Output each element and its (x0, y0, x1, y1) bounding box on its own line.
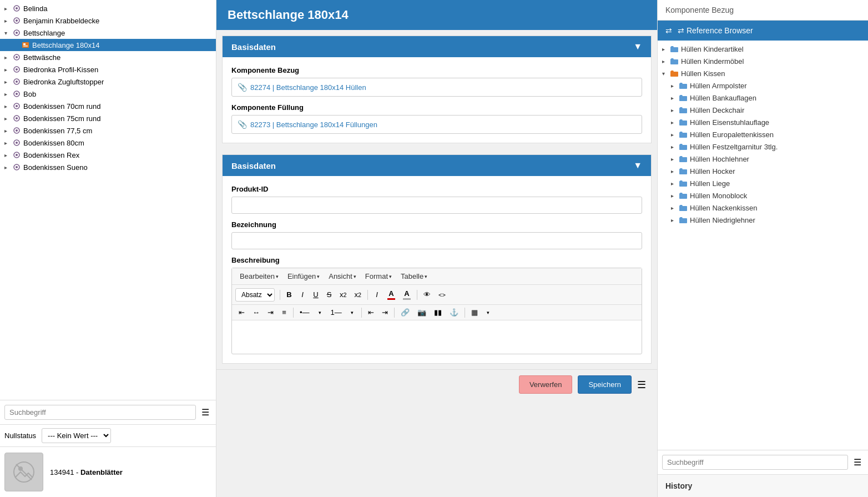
ref-icon-huellen-kissen (670, 69, 679, 78)
catalog-area: 134941 - Datenblätter (0, 446, 216, 497)
section-title-2: Basisdaten (231, 161, 276, 170)
rte-ordered-list-caret[interactable]: ▾ (346, 308, 359, 318)
tree-icon-biedronka-profil (12, 65, 21, 74)
ref-field-fuellung[interactable]: 📎 82273 | Bettschlange 180x14 Füllungen (231, 115, 642, 134)
ref-tree-item-huellen-liege[interactable]: ▸Hüllen Liege (658, 177, 868, 189)
ref-tree-item-huellen-bankauflagen[interactable]: ▸Hüllen Bankauflagen (658, 92, 868, 104)
ref-icon-huellen-liege (679, 179, 688, 188)
left-tree-item-bodenkissen-rex[interactable]: Bodenkissen Rex (0, 149, 216, 161)
left-tree-item-bettschlange[interactable]: Bettschlange (0, 27, 216, 39)
ref-tree-item-huellen-kissen[interactable]: ▾Hüllen Kissen (658, 67, 868, 79)
left-tree-item-bob[interactable]: Bob (0, 88, 216, 100)
ref-tree-item-huellen-hochlehner[interactable]: ▸Hüllen Hochlehner (658, 153, 868, 165)
rte-unordered-list-caret[interactable]: ▾ (314, 308, 326, 318)
ref-tree-item-huellen-hocker[interactable]: ▸Hüllen Hocker (658, 165, 868, 177)
ref-tree-arrow-huellen-nackenkissen: ▸ (671, 205, 679, 211)
rte-body[interactable] (232, 320, 642, 354)
rte-align-justify-button[interactable]: ≡ (278, 306, 290, 319)
left-tree-item-bettwasche[interactable]: Bettwäsche (0, 51, 216, 63)
produkt-id-input[interactable]: 82275 (231, 197, 642, 214)
rte-anchor-button[interactable]: ⚓ (446, 306, 462, 319)
ref-tree-area[interactable]: ▸Hüllen Kinderartikel▸Hüllen Kindermöbel… (658, 41, 868, 450)
rte-underline-button[interactable]: U (310, 288, 322, 301)
left-tree-item-benjamin[interactable]: Benjamin Krabbeldecke (0, 14, 216, 27)
tree-arrow-bodenkissen-77 (4, 128, 12, 134)
ref-tree-item-huellen-monoblock[interactable]: ▸Hüllen Monoblock (658, 189, 868, 202)
rte-menu-ansicht[interactable]: Ansicht ▾ (324, 270, 361, 282)
catalog-id: 134941 (50, 468, 74, 476)
tree-arrow-bob (4, 91, 12, 97)
ref-tree-arrow-huellen-eisenstuhlauflage: ▸ (671, 119, 679, 125)
rte-media-button[interactable]: ▮▮ (431, 306, 445, 319)
left-tree-item-bodenkissen-80[interactable]: Bodenkissen 80cm (0, 137, 216, 149)
rte-image-button[interactable]: 📷 (414, 306, 430, 319)
rte-outdent-button[interactable]: ⇤ (365, 306, 377, 319)
ref-field-bezug[interactable]: 📎 82274 | Bettschlange 180x14 Hüllen (231, 78, 642, 97)
rte-code-button[interactable]: <> (435, 289, 449, 300)
verwerfen-button[interactable]: Verwerfen (519, 375, 573, 394)
left-tree-item-bodenkissen-sueno[interactable]: Bodenkissen Sueno (0, 161, 216, 173)
ref-tree-item-huellen-deckchair[interactable]: ▸Hüllen Deckchair (658, 104, 868, 116)
ref-tree-item-huellen-eisenstuhlauflage[interactable]: ▸Hüllen Eisenstuhlauflage (658, 116, 868, 128)
tree-icon-bettschlange-180x14 (21, 41, 30, 49)
rte-color-button[interactable]: A (384, 287, 398, 302)
left-tree[interactable]: BelindaBenjamin KrabbeldeckeBettschlange… (0, 0, 216, 400)
left-tree-item-bodenkissen-77[interactable]: Bodenkissen 77,5 cm (0, 124, 216, 137)
tree-arrow-bettschlange (4, 30, 12, 36)
left-tree-item-bodenkissen-75[interactable]: Bodenkissen 75cm rund (0, 112, 216, 124)
section-header-1[interactable]: Basisdaten ▼ (223, 36, 651, 57)
rte-align-center-button[interactable]: ↔ (249, 306, 263, 319)
ref-label-huellen-monoblock: Hüllen Monoblock (690, 192, 747, 200)
rte-style-select[interactable]: Absatz (235, 288, 275, 302)
rte-menu-bearbeiten[interactable]: Bearbeiten ▾ (235, 270, 283, 282)
bezeichnung-input[interactable]: Bettschlange 180x14 (231, 232, 642, 249)
speichern-button[interactable]: Speichern (578, 375, 632, 394)
rte-ordered-list-button[interactable]: 1— (327, 306, 345, 319)
left-tree-item-belinda[interactable]: Belinda (0, 2, 216, 14)
left-tree-item-biedronka-zug[interactable]: Biedronka Zugluftstopper (0, 76, 216, 88)
rte-menu-tabelle[interactable]: Tabelle ▾ (396, 270, 432, 282)
ref-tree-item-huellen-kindermoebel[interactable]: ▸Hüllen Kindermöbel (658, 55, 868, 67)
rte-italic2-button[interactable]: I (371, 288, 383, 301)
rte-unordered-list-button[interactable]: •— (296, 306, 313, 319)
rte-strikethrough-button[interactable]: S (323, 288, 335, 301)
left-tree-item-biedronka-profil[interactable]: Biedronka Profil-Kissen (0, 63, 216, 76)
rte-table-caret[interactable]: ▾ (482, 308, 494, 318)
rte-bold-button[interactable]: B (283, 288, 295, 301)
ref-browser-header[interactable]: ⇄ ⇄ Reference Browser (658, 21, 868, 41)
section-header-2[interactable]: Basisdaten ▼ (223, 155, 651, 176)
rte-indent-button[interactable]: ⇥ (379, 306, 391, 319)
rte-preview-button[interactable]: 👁 (420, 288, 434, 301)
ref-icon-huellen-niedriglehner (679, 215, 688, 224)
rte-align-left-button[interactable]: ⇤ (235, 306, 248, 319)
rte-align-right-button[interactable]: ⇥ (264, 306, 277, 319)
ref-icon-huellen-kindermoebel (670, 57, 679, 66)
tree-arrow-bettwasche (4, 54, 12, 61)
ref-tree-item-huellen-nackenkissen[interactable]: ▸Hüllen Nackenkissen (658, 202, 868, 214)
rte-superscript-button[interactable]: x2 (336, 288, 350, 301)
rte-menu-format[interactable]: Format ▾ (361, 270, 396, 282)
left-tree-item-bodenkissen-70[interactable]: Bodenkissen 70cm rund (0, 100, 216, 112)
left-sidebar: BelindaBenjamin KrabbeldeckeBettschlange… (0, 0, 216, 497)
rte-menu-einfuegen[interactable]: Einfügen ▾ (283, 270, 324, 282)
rte-table-button[interactable]: ▦ (468, 306, 481, 319)
rte-bgcolor-button[interactable]: A (400, 287, 414, 302)
tree-label-benjamin: Benjamin Krabbeldecke (23, 17, 99, 25)
ref-tree-item-huellen-niedriglehner[interactable]: ▸Hüllen Niedriglehner (658, 214, 868, 226)
left-tree-item-bettschlange-180x14[interactable]: Bettschlange 180x14 (0, 39, 216, 51)
rte-subscript-button[interactable]: x2 (351, 288, 365, 301)
rte-container: Bearbeiten ▾ Einfügen ▾ Ansicht ▾ Format… (231, 268, 642, 354)
ref-tree-item-huellen-festzeltgarnitur[interactable]: ▸Hüllen Festzeltgarnitur 3tlg. (658, 140, 868, 153)
ref-label-huellen-nackenkissen: Hüllen Nackenkissen (690, 204, 757, 212)
ref-search-input[interactable] (662, 455, 848, 470)
search-input[interactable] (4, 405, 196, 420)
ref-tree-item-huellen-europalettenkissen[interactable]: ▸Hüllen Europalettenkissen (658, 128, 868, 140)
ref-search-menu-button[interactable]: ☰ (851, 456, 864, 469)
nullstatus-select[interactable]: --- Kein Wert --- (42, 428, 111, 443)
ref-tree-item-huellen-kinder[interactable]: ▸Hüllen Kinderartikel (658, 43, 868, 55)
ref-tree-item-huellen-armpolster[interactable]: ▸Hüllen Armpolster (658, 79, 868, 92)
action-menu-button[interactable]: ☰ (637, 379, 646, 391)
rte-link-button[interactable]: 🔗 (397, 306, 413, 319)
search-menu-button[interactable]: ☰ (199, 406, 211, 419)
rte-italic-button[interactable]: I (296, 288, 309, 301)
